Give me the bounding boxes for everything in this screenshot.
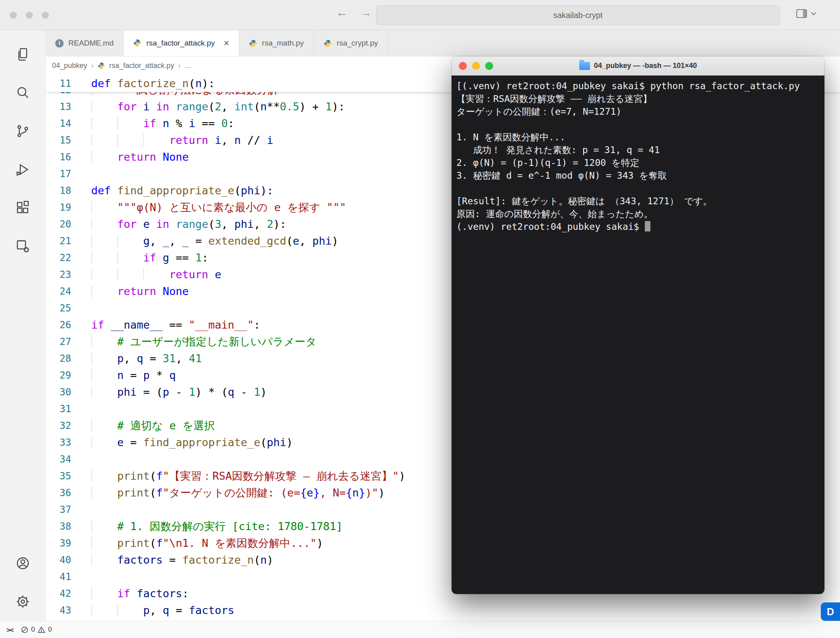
terminal-body[interactable]: [(.venv) ret2root:04_pubkey sakai$ pytho… [452,76,824,594]
line-code[interactable]: if n % i == 0: [71,115,234,132]
line-number[interactable]: 16 [46,149,71,165]
line-number[interactable]: 32 [46,417,71,434]
line-code[interactable] [71,568,91,585]
line-code[interactable]: p, q = factors [71,602,234,619]
source-control-icon[interactable] [4,112,42,150]
line-number[interactable]: 15 [46,132,71,149]
line-code[interactable] [71,451,91,468]
code-line[interactable]: 43 p, q = factors [46,602,840,619]
floating-d-badge[interactable]: D [821,602,840,621]
line-code[interactable]: def find_appropriate_e(phi): [71,182,273,199]
forward-arrow-icon[interactable]: → [360,6,372,19]
back-arrow-icon[interactable]: ← [336,6,348,19]
line-number[interactable]: 29 [46,367,71,384]
line-code[interactable] [71,401,91,417]
line-code[interactable]: if factors: [71,585,189,602]
line-code[interactable]: return None [71,149,189,165]
explorer-icon[interactable] [4,35,42,74]
close-window-icon[interactable] [459,62,467,70]
line-code[interactable]: """φ(N) と互いに素な最小の e を探す """ [71,199,346,216]
line-number[interactable]: 21 [46,233,71,249]
line-number[interactable]: 31 [46,401,71,417]
line-number[interactable]: 33 [46,434,71,451]
terminal-titlebar[interactable]: 04_pubkey — -bash — 101×40 [452,56,824,76]
line-number[interactable]: 26 [46,317,71,333]
line-code[interactable] [71,165,91,182]
line-number[interactable]: 42 [46,585,71,602]
line-code[interactable]: return i, n // i [71,132,273,149]
tab-readme-md[interactable]: i README.md [46,30,124,56]
close-window-icon[interactable] [10,12,17,19]
line-code[interactable]: p, q = 31, 41 [71,350,202,367]
line-code[interactable]: factors = factorize_n(n) [71,552,273,568]
line-code[interactable]: g, _, _ = extended_gcd(e, phi) [71,233,338,249]
chevron-down-icon[interactable] [810,11,817,16]
remote-indicator[interactable]: >< [6,626,13,634]
settings-gear-icon[interactable] [4,582,42,621]
line-code[interactable]: phi = (p - 1) * (q - 1) [71,384,267,401]
line-number[interactable]: 38 [46,518,71,535]
line-number[interactable]: 28 [46,350,71,367]
account-icon[interactable] [4,544,42,582]
line-code[interactable]: for e in range(3, phi, 2): [71,216,286,233]
line-number[interactable]: 36 [46,484,71,501]
command-center[interactable]: sakailab-crypt [376,5,780,25]
line-code[interactable]: e = find_appropriate_e(phi) [71,434,293,451]
line-number[interactable]: 20 [46,216,71,233]
line-number[interactable]: 30 [46,384,71,401]
line-number[interactable]: 25 [46,300,71,317]
line-number[interactable]: 14 [46,115,71,132]
breadcrumb-folder[interactable]: 04_pubkey [52,62,87,70]
run-debug-icon[interactable] [4,150,42,189]
line-code[interactable]: # 1. 因数分解の実行 [cite: 1780-1781] [71,518,343,535]
line-code[interactable]: def factorize_n(n): [71,75,215,92]
line-code[interactable]: if g == 1: [71,249,208,266]
line-number[interactable]: 19 [46,199,71,216]
zoom-window-icon[interactable] [485,62,493,70]
line-number[interactable]: 39 [46,535,71,552]
line-number[interactable]: 13 [46,98,71,115]
extensions-icon[interactable] [4,189,42,227]
line-number[interactable]: 23 [46,266,71,283]
line-code[interactable]: for i in range(2, int(n**0.5) + 1): [71,98,345,115]
line-code[interactable]: # ユーザーが指定した新しいパラメータ [71,333,317,350]
tab-rsa-math-py[interactable]: rsa_math.py [239,30,314,56]
line-code[interactable]: if __name__ == "__main__": [71,317,260,333]
close-tab-icon[interactable]: × [224,38,229,48]
line-number[interactable]: 41 [46,568,71,585]
breadcrumb-file[interactable]: rsa_factor_attack.py [109,62,174,70]
line-number[interactable]: 37 [46,501,71,518]
zoom-window-icon[interactable] [42,12,49,19]
terminal-window-controls[interactable] [459,62,493,70]
minimize-window-icon[interactable] [472,62,480,70]
line-number[interactable]: 22 [46,249,71,266]
layout-panel-icon[interactable] [796,9,807,18]
line-number[interactable]: 34 [46,451,71,468]
terminal-window[interactable]: 04_pubkey — -bash — 101×40 [(.venv) ret2… [452,56,824,594]
line-number[interactable]: 43 [46,602,71,619]
line-code[interactable]: return e [71,266,221,283]
remote-explorer-icon[interactable] [4,227,42,265]
line-number[interactable]: 18 [46,182,71,199]
tab-rsa-crypt-py[interactable]: rsa_crypt.py [314,30,388,56]
line-number[interactable]: 24 [46,283,71,300]
search-icon[interactable] [4,74,42,112]
tab-rsa-factor-attack-py[interactable]: rsa_factor_attack.py × [124,30,239,56]
line-number[interactable]: 35 [46,468,71,484]
line-number[interactable]: 11 [46,75,71,92]
line-number[interactable]: 27 [46,333,71,350]
line-code[interactable]: n = p * q [71,367,176,384]
window-controls[interactable] [10,12,49,19]
line-code[interactable]: print(f"\n1. N を素因数分解中...") [71,535,323,552]
line-code[interactable]: print(f"ターゲットの公開鍵: (e={e}, N={n})") [71,484,385,501]
breadcrumb-more[interactable]: … [184,62,192,70]
problems-indicator[interactable]: 0 0 [21,626,52,634]
line-number[interactable]: 17 [46,165,71,182]
line-code[interactable]: return None [71,283,189,300]
line-code[interactable] [71,300,91,317]
line-code[interactable]: print(f"【実習：RSA因数分解攻撃 — 崩れ去る迷宮】") [71,468,405,484]
line-code[interactable] [71,501,91,518]
minimize-window-icon[interactable] [26,12,33,19]
line-number[interactable]: 40 [46,552,71,568]
line-code[interactable]: # 適切な e を選択 [71,417,215,434]
